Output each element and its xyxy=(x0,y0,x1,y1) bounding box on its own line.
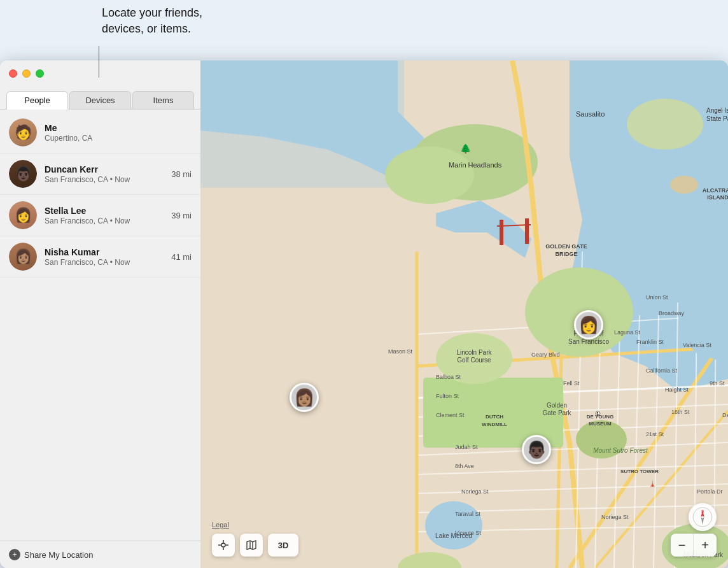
map-area[interactable]: Mason St Union St Broadway Balboa St Ful… xyxy=(200,60,728,568)
person-location-me: Cupertino, CA xyxy=(45,134,192,143)
svg-text:Balboa St: Balboa St xyxy=(436,374,461,380)
svg-text:State Park: State Park xyxy=(706,115,728,122)
tooltip-line2: devices, or items. xyxy=(102,21,202,37)
people-list: 🧑 Me Cupertino, CA 👨🏿 Duncan Kerr San Fr… xyxy=(0,110,200,541)
svg-text:Mason St: Mason St xyxy=(388,348,413,355)
svg-text:SUTRO TOWER: SUTRO TOWER xyxy=(620,469,659,474)
svg-point-36 xyxy=(425,501,482,550)
svg-text:Noriega St: Noriega St xyxy=(601,514,629,520)
svg-text:9th St: 9th St xyxy=(710,380,725,387)
svg-text:Sausalito: Sausalito xyxy=(576,110,605,118)
svg-text:Noriega St: Noriega St xyxy=(461,488,489,495)
person-name-me: Me xyxy=(45,123,192,133)
svg-text:Gate Park: Gate Park xyxy=(542,409,571,416)
person-info-me: Me Cupertino, CA xyxy=(45,123,192,143)
svg-rect-6 xyxy=(500,220,503,245)
share-location-label: Share My Location xyxy=(24,550,93,560)
svg-text:ISLAND: ISLAND xyxy=(707,194,728,201)
svg-text:ALCATRAZ: ALCATRAZ xyxy=(703,187,728,194)
person-distance-stella: 39 mi xyxy=(171,211,192,220)
svg-text:Angel Island: Angel Island xyxy=(706,107,728,114)
person-location-duncan: San Francisco, CA • Now xyxy=(45,175,166,184)
person-item-nisha[interactable]: 👩🏽 Nisha Kumar San Francisco, CA • Now 4… xyxy=(0,236,200,278)
avatar-duncan: 👨🏿 xyxy=(9,160,37,188)
person-item-stella[interactable]: 👩 Stella Lee San Francisco, CA • Now 39 … xyxy=(0,195,200,236)
person-name-stella: Stella Lee xyxy=(45,206,166,216)
svg-text:8th Ave: 8th Ave xyxy=(455,463,474,469)
legal-link[interactable]: Legal xyxy=(212,521,229,529)
svg-text:Laguna St: Laguna St xyxy=(614,329,641,336)
svg-text:Golf Course: Golf Course xyxy=(457,357,491,364)
person-distance-duncan: 38 mi xyxy=(171,169,192,179)
minimize-button[interactable] xyxy=(22,69,31,78)
zoom-out-button[interactable]: − xyxy=(671,534,694,557)
svg-text:N: N xyxy=(701,509,704,513)
maximize-button[interactable] xyxy=(36,69,44,78)
svg-text:Geary Blvd: Geary Blvd xyxy=(531,351,560,358)
svg-text:De Haro St: De Haro St xyxy=(722,412,728,418)
svg-text:21st St: 21st St xyxy=(646,431,664,437)
svg-text:Lincoln Park: Lincoln Park xyxy=(456,349,492,356)
svg-text:Haight St: Haight St xyxy=(665,387,689,393)
avatar-stella: 👩 xyxy=(9,201,37,229)
3d-button[interactable]: 3D xyxy=(268,534,298,557)
main-window: People Devices Items 🧑 Me Cupertino, CA xyxy=(0,60,728,568)
svg-text:Fulton St: Fulton St xyxy=(436,393,459,399)
location-button[interactable] xyxy=(212,534,235,557)
svg-point-105 xyxy=(221,543,225,547)
compass[interactable]: N xyxy=(689,503,717,531)
svg-text:Mount Sutro Forest: Mount Sutro Forest xyxy=(593,447,648,454)
svg-text:Lake Merced: Lake Merced xyxy=(435,532,472,539)
svg-text:Union St: Union St xyxy=(646,294,668,301)
svg-text:Marin Headlands: Marin Headlands xyxy=(449,161,502,169)
svg-text:①: ① xyxy=(595,410,601,417)
map-pin-avatar-nisha: 👩🏽 xyxy=(290,383,319,412)
person-info-nisha: Nisha Kumar San Francisco, CA • Now xyxy=(45,247,166,267)
map-pin-avatar-stella: 👩 xyxy=(574,310,603,339)
person-name-duncan: Duncan Kerr xyxy=(45,164,166,174)
person-distance-nisha: 41 mi xyxy=(171,252,192,262)
map-pin-avatar-duncan: 👨🏿 xyxy=(522,435,551,464)
svg-point-5 xyxy=(670,176,698,194)
svg-rect-7 xyxy=(525,218,529,244)
person-info-stella: Stella Lee San Francisco, CA • Now xyxy=(45,206,166,225)
zoom-in-button[interactable]: + xyxy=(694,534,717,557)
avatar-me: 🧑 xyxy=(9,118,37,146)
tab-people[interactable]: People xyxy=(6,91,68,110)
svg-text:DUTCH: DUTCH xyxy=(486,414,503,420)
person-location-nisha: San Francisco, CA • Now xyxy=(45,258,166,267)
svg-text:Golden: Golden xyxy=(547,402,567,409)
tab-devices[interactable]: Devices xyxy=(69,91,131,109)
svg-text:MUSEUM: MUSEUM xyxy=(589,421,612,427)
svg-text:16th St: 16th St xyxy=(671,409,690,415)
svg-text:Fell St: Fell St xyxy=(563,380,580,387)
zoom-controls: − + xyxy=(671,534,717,557)
person-item-me[interactable]: 🧑 Me Cupertino, CA xyxy=(0,112,200,153)
close-button[interactable] xyxy=(9,69,17,78)
svg-text:Taraval St: Taraval St xyxy=(455,511,481,517)
tooltip-line1: Locate your friends, xyxy=(102,5,202,21)
svg-text:Valencia St: Valencia St xyxy=(683,342,711,348)
map-pin-duncan[interactable]: 👨🏿 xyxy=(522,435,551,464)
avatar-nisha: 👩🏽 xyxy=(9,243,37,271)
map-pin-stella[interactable]: 👩 xyxy=(574,310,603,339)
sidebar: People Devices Items 🧑 Me Cupertino, CA xyxy=(0,60,200,568)
svg-text:Broadway: Broadway xyxy=(659,310,685,316)
svg-text:WINDMILL: WINDMILL xyxy=(482,422,507,427)
svg-text:Clement St: Clement St xyxy=(436,412,465,418)
svg-text:Judah St: Judah St xyxy=(455,444,478,450)
person-item-duncan[interactable]: 👨🏿 Duncan Kerr San Francisco, CA • Now 3… xyxy=(0,153,200,195)
titlebar xyxy=(0,60,200,86)
svg-text:🗼: 🗼 xyxy=(648,479,657,488)
person-location-stella: San Francisco, CA • Now xyxy=(45,217,166,225)
tab-items[interactable]: Items xyxy=(132,91,194,109)
map-type-button[interactable] xyxy=(240,534,263,557)
svg-text:Franklin St: Franklin St xyxy=(636,339,664,345)
map-pin-nisha[interactable]: 👩🏽 xyxy=(290,383,319,412)
tab-bar: People Devices Items xyxy=(0,86,200,110)
share-location-footer[interactable]: + Share My Location xyxy=(0,541,200,568)
svg-text:BRIDGE: BRIDGE xyxy=(555,251,577,257)
svg-text:California St: California St xyxy=(646,367,678,374)
svg-point-3 xyxy=(385,146,474,204)
person-name-nisha: Nisha Kumar xyxy=(45,247,166,257)
